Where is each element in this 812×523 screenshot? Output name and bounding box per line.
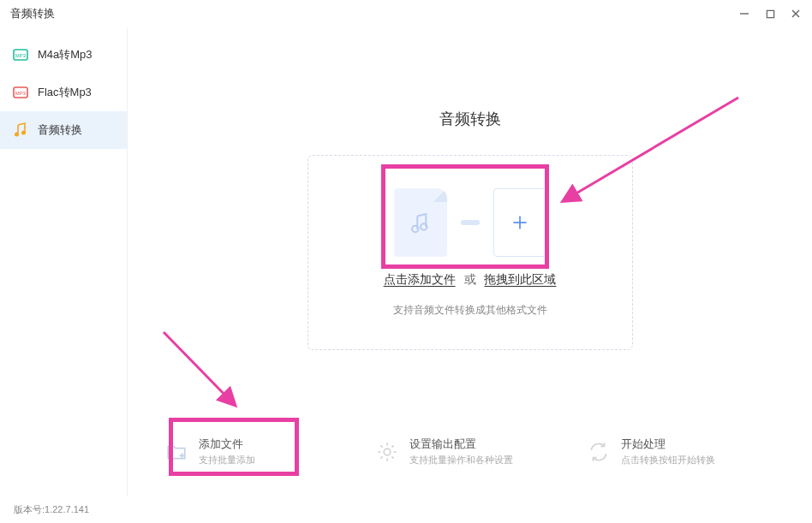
start-button[interactable]: 开始处理 点击转换按钮开始转换 xyxy=(587,437,775,467)
window-controls xyxy=(738,8,802,20)
config-sub: 支持批量操作和各种设置 xyxy=(409,454,513,467)
flac-icon: MP3 xyxy=(12,84,29,101)
dropzone-illustration xyxy=(394,188,546,257)
version-label: 版本号:1.22.7.141 xyxy=(14,503,89,516)
sidebar-item-label: Flac转Mp3 xyxy=(38,85,92,100)
separator-icon xyxy=(461,220,480,225)
close-button[interactable] xyxy=(790,8,802,20)
start-title: 开始处理 xyxy=(621,437,715,452)
add-file-title: 添加文件 xyxy=(199,437,255,452)
svg-point-9 xyxy=(21,131,26,135)
config-title: 设置输出配置 xyxy=(409,437,513,452)
svg-line-18 xyxy=(164,332,234,404)
plus-icon xyxy=(493,188,546,257)
sidebar: MP3 M4a转Mp3 MP3 Flac转Mp3 音频转换 xyxy=(0,27,127,496)
svg-text:MP3: MP3 xyxy=(15,53,27,58)
svg-point-16 xyxy=(385,449,391,455)
sidebar-item-label: M4a转Mp3 xyxy=(38,47,93,62)
sidebar-item-flac-mp3[interactable]: MP3 Flac转Mp3 xyxy=(0,74,127,111)
svg-rect-1 xyxy=(767,10,773,17)
sidebar-item-m4a-mp3[interactable]: MP3 M4a转Mp3 xyxy=(0,36,127,74)
folder-plus-icon xyxy=(164,440,188,464)
window-title: 音频转换 xyxy=(10,6,55,21)
click-add-text: 点击添加文件 xyxy=(384,272,456,286)
svg-text:MP3: MP3 xyxy=(15,91,27,96)
drag-text: 拖拽到此区域 xyxy=(484,272,556,286)
start-sub: 点击转换按钮开始转换 xyxy=(621,454,715,467)
main-panel: 音频转换 点击添加文件 或 拖拽到此区域 支持音频文件转换成其他格式文件 xyxy=(127,27,812,496)
music-note-icon xyxy=(12,122,29,139)
audio-file-icon xyxy=(394,188,447,257)
sidebar-item-label: 音频转换 xyxy=(38,122,82,138)
dropzone[interactable]: 点击添加文件 或 拖拽到此区域 支持音频文件转换成其他格式文件 xyxy=(307,155,633,350)
m4a-icon: MP3 xyxy=(12,46,29,63)
sidebar-item-audio-convert[interactable]: 音频转换 xyxy=(0,111,127,149)
add-file-sub: 支持批量添加 xyxy=(199,454,255,467)
maximize-button[interactable] xyxy=(764,8,776,20)
dropzone-subtext: 支持音频文件转换成其他格式文件 xyxy=(393,303,547,318)
page-title: 音频转换 xyxy=(439,109,501,129)
annotation-arrow-2 xyxy=(155,325,244,411)
add-file-button[interactable]: 添加文件 支持批量添加 xyxy=(164,437,353,467)
dropzone-text: 点击添加文件 或 拖拽到此区域 xyxy=(384,272,557,288)
bottom-actions: 添加文件 支持批量添加 设置输出配置 支持批量操作和各种设置 开始处理 xyxy=(128,437,812,467)
or-text: 或 xyxy=(464,272,476,286)
gear-icon xyxy=(375,440,399,464)
config-button[interactable]: 设置输出配置 支持批量操作和各种设置 xyxy=(375,437,564,467)
refresh-icon xyxy=(587,440,611,464)
titlebar: 音频转换 xyxy=(0,0,812,27)
minimize-button[interactable] xyxy=(738,8,750,20)
